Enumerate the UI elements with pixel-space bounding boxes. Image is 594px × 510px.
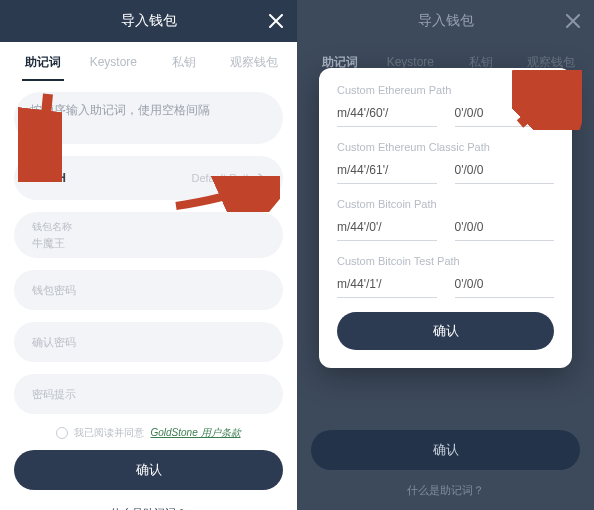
tab-keystore[interactable]: Keystore (78, 45, 148, 79)
tab-privatekey[interactable]: 私钥 (149, 44, 219, 81)
etc-path-prefix-input[interactable] (337, 159, 437, 184)
group-label: Custom Ethereum Classic Path (337, 141, 554, 153)
btctest-path-prefix-input[interactable] (337, 273, 437, 298)
mnemonic-placeholder: 按顺序输入助记词，使用空格间隔 (30, 102, 210, 119)
wallet-name-field[interactable]: 钱包名称 牛魔王 (14, 212, 283, 258)
form-body: 按顺序输入助记词，使用空格间隔 PATH Default Path 钱包名称 牛… (0, 82, 297, 440)
chevron-right-icon (258, 173, 265, 183)
wallet-password-hint-field[interactable]: 密码提示 (14, 374, 283, 414)
btctest-path-suffix-input[interactable] (455, 273, 555, 298)
terms-row: 我已阅读并同意 GoldStone 用户条款 (14, 426, 283, 440)
eth-path-suffix-input[interactable] (455, 102, 555, 127)
terms-prefix: 我已阅读并同意 (74, 426, 144, 440)
group-label: Custom Ethereum Path (337, 84, 554, 96)
submit-button[interactable]: 确认 (14, 450, 283, 490)
path-row[interactable]: PATH Default Path (14, 156, 283, 200)
modal-backdrop: Custom Ethereum Path Custom Ethereum Cla… (297, 0, 594, 510)
terms-checkbox[interactable] (56, 427, 68, 439)
tabs: 助记词 Keystore 私钥 观察钱包 (0, 42, 297, 82)
path-modal: Custom Ethereum Path Custom Ethereum Cla… (319, 68, 572, 368)
group-label: Custom Bitcoin Test Path (337, 255, 554, 267)
wallet-confirm-password-label: 确认密码 (32, 335, 76, 350)
wallet-name-label: 钱包名称 (32, 220, 265, 234)
close-icon[interactable] (269, 14, 283, 28)
btc-path-prefix-input[interactable] (337, 216, 437, 241)
header-title: 导入钱包 (121, 12, 177, 30)
group-label: Custom Bitcoin Path (337, 198, 554, 210)
path-label: PATH (32, 171, 67, 185)
wallet-password-label: 钱包密码 (32, 283, 76, 298)
wallet-confirm-password-field[interactable]: 确认密码 (14, 322, 283, 362)
path-value: Default Path (191, 172, 265, 184)
wallet-password-field[interactable]: 钱包密码 (14, 270, 283, 310)
header: 导入钱包 (0, 0, 297, 42)
screen-import-wallet: 导入钱包 助记词 Keystore 私钥 观察钱包 按顺序输入助记词，使用空格间… (0, 0, 297, 510)
screen-import-wallet-path-modal: 导入钱包 助记词 Keystore 私钥 观察钱包 确认 什么是助记词？ Cus… (297, 0, 594, 510)
wallet-password-hint-label: 密码提示 (32, 387, 76, 402)
helper-link[interactable]: 什么是助记词？ (0, 506, 297, 510)
wallet-name-value: 牛魔王 (32, 236, 265, 251)
modal-submit-button[interactable]: 确认 (337, 312, 554, 350)
eth-path-prefix-input[interactable] (337, 102, 437, 127)
etc-path-suffix-input[interactable] (455, 159, 555, 184)
terms-link[interactable]: GoldStone 用户条款 (150, 426, 240, 440)
btc-path-suffix-input[interactable] (455, 216, 555, 241)
tab-watch[interactable]: 观察钱包 (219, 44, 289, 81)
tab-mnemonic[interactable]: 助记词 (8, 44, 78, 81)
mnemonic-input[interactable]: 按顺序输入助记词，使用空格间隔 (14, 92, 283, 144)
